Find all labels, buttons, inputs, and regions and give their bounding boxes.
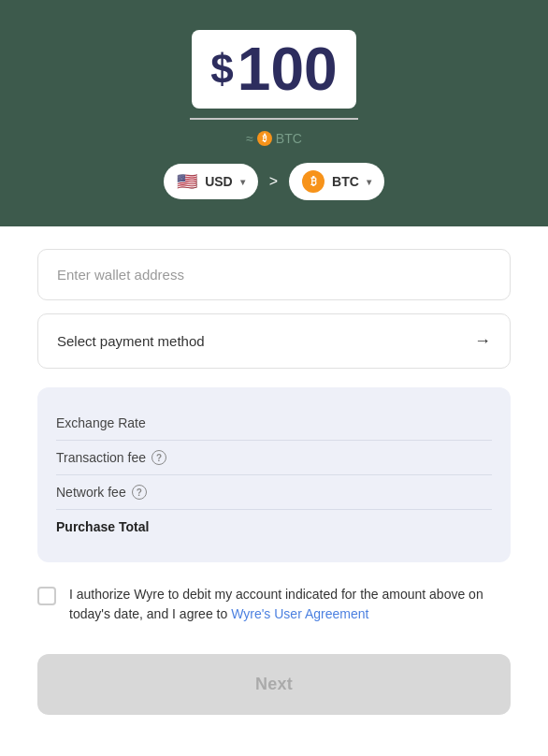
currency-to-selector[interactable]: ₿ BTC ▾ [289, 163, 384, 200]
currency-from-selector[interactable]: 🇺🇸 USD ▾ [164, 164, 258, 199]
usd-chevron-icon: ▾ [240, 177, 245, 187]
transaction-fee-help-icon[interactable]: ? [151, 450, 166, 465]
currency-selectors: 🇺🇸 USD ▾ > ₿ BTC ▾ [164, 163, 384, 200]
top-section: $ 100 ≈ ₿ BTC 🇺🇸 USD ▾ > ₿ BTC ▾ [0, 0, 548, 226]
btc-code-label: BTC [332, 174, 359, 189]
fee-info-box: Exchange Rate Transaction fee ? Network … [37, 387, 511, 562]
amount-display: $ 100 [192, 30, 355, 109]
purchase-total-label: Purchase Total [56, 519, 149, 534]
btc-conversion: ≈ ₿ BTC [246, 131, 302, 146]
btc-chevron-icon: ▾ [367, 177, 371, 187]
exchange-rate-label: Exchange Rate [56, 415, 146, 430]
authorization-checkbox[interactable] [37, 587, 56, 605]
network-fee-label: Network fee ? [56, 485, 147, 500]
amount-underline [190, 118, 358, 120]
usd-flag-icon: 🇺🇸 [177, 171, 197, 192]
transaction-fee-label: Transaction fee ? [56, 450, 166, 465]
select-payment-label: Select payment method [57, 333, 205, 349]
exchange-rate-row: Exchange Rate [56, 406, 492, 441]
main-content: Select payment method → Exchange Rate Tr… [0, 226, 548, 756]
amount-value: 100 [238, 39, 338, 99]
btc-small-icon: ₿ [257, 131, 272, 146]
purchase-total-row: Purchase Total [56, 510, 492, 544]
usd-code-label: USD [205, 174, 233, 189]
wyre-user-agreement-link[interactable]: Wyre's User Agreement [231, 606, 368, 621]
conversion-prefix: ≈ [246, 131, 253, 146]
next-button[interactable]: Next [37, 654, 511, 715]
currency-arrow-icon: > [269, 173, 278, 190]
authorization-text: I authorize Wyre to debit my account ind… [69, 585, 511, 624]
network-fee-row: Network fee ? [56, 475, 492, 510]
network-fee-help-icon[interactable]: ? [132, 485, 147, 500]
select-payment-method-row[interactable]: Select payment method → [37, 313, 511, 369]
authorization-section: I authorize Wyre to debit my account ind… [37, 585, 511, 624]
btc-icon: ₿ [302, 170, 324, 193]
conversion-text: BTC [276, 131, 302, 146]
wallet-address-input[interactable] [37, 249, 511, 300]
dollar-sign: $ [210, 46, 233, 93]
transaction-fee-row: Transaction fee ? [56, 441, 492, 475]
payment-arrow-icon: → [474, 331, 491, 351]
